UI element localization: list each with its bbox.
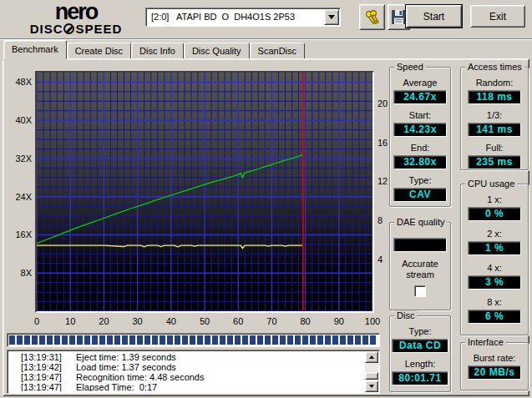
accurate-stream-label-line2: stream — [390, 270, 450, 280]
x-axis-tick-label: 10 — [61, 316, 79, 326]
dae-quality-group: DAE quality Accurate stream — [389, 222, 451, 310]
tab-disc-info[interactable]: Disc Info — [131, 43, 184, 59]
app-logo: nero DISC SPEED — [13, 1, 139, 35]
scrollbar-thumb[interactable] — [365, 372, 378, 380]
x-axis-tick-label: 80 — [296, 316, 315, 326]
y-axis-left-tick-label: 8X — [3, 268, 32, 278]
interface-group-title: Interface — [465, 337, 506, 347]
access-random-value: 118 ms — [468, 90, 521, 104]
arrow-down-icon — [369, 385, 374, 388]
save-icon — [391, 9, 407, 25]
log-entry-time: [13:19:47] — [21, 382, 76, 391]
drive-selector[interactable]: [2:0] ATAPI BD O DH4O1S 2P53 — [145, 8, 341, 27]
log-entry-time: [13:19:31] — [21, 352, 76, 362]
log-entry-text: Eject time: 1.39 seconds — [76, 352, 176, 362]
start-button[interactable]: Start — [406, 5, 462, 28]
progress-bar-fill — [9, 335, 377, 345]
scroll-up-button[interactable] — [365, 351, 378, 363]
y-axis-left-tick-label: 24X — [3, 192, 32, 202]
y-axis-left-tick-label: 32X — [3, 154, 32, 164]
access-third-label: 1/3: — [461, 110, 528, 121]
x-axis-tick-label: 40 — [162, 316, 180, 326]
disc-length-label: Length: — [390, 359, 450, 370]
burst-rate-label: Burst rate: — [461, 353, 528, 364]
access-third-value: 141 ms — [468, 123, 521, 137]
speed-type-label: Type: — [390, 175, 450, 186]
options-button[interactable] — [359, 4, 385, 30]
cpu-4x-label: 4 x: — [461, 263, 528, 274]
arrow-up-icon — [369, 355, 374, 359]
access-times-group: Access times Random: 118 ms 1/3: 141 ms … — [460, 67, 529, 170]
log-entry: [13:19:47]Recognition time: 4.48 seconds — [9, 372, 364, 382]
accurate-stream-checkbox[interactable] — [414, 285, 426, 297]
tab-create-disc[interactable]: Create Disc — [67, 43, 131, 59]
speed-end-value: 32.80x — [393, 155, 447, 169]
cpu-2x-label: 2 x: — [461, 229, 528, 239]
log-entry-time: [13:19:42] — [21, 362, 76, 372]
chevron-down-icon — [328, 15, 335, 19]
log-entry-text: Elapsed Time: 0:17 — [76, 382, 157, 391]
chart-plot-area — [37, 73, 372, 311]
disc-length-value: 80:01.71 — [392, 371, 448, 385]
tab-bar: Benchmark Create Disc Disc Info Disc Qua… — [3, 40, 305, 59]
x-axis-tick-label: 70 — [262, 316, 281, 326]
x-axis-tick-label: 100 — [363, 316, 382, 326]
log-entry: [13:19:42]Load time: 1.37 seconds — [9, 362, 364, 372]
log-entry: [13:19:31]Eject time: 1.39 seconds — [9, 352, 364, 362]
speed-end-label: End: — [390, 143, 450, 154]
x-axis-tick-label: 20 — [94, 316, 113, 326]
tab-scandisc[interactable]: ScanDisc — [250, 43, 305, 59]
speed-average-label: Average — [390, 78, 450, 88]
chart-svg — [37, 73, 372, 311]
cpu-8x-value: 6 % — [468, 310, 521, 324]
x-axis-tick-label: 60 — [229, 316, 247, 326]
y-axis-left-tick-label: 16X — [3, 229, 32, 239]
access-times-group-title: Access times — [465, 62, 524, 72]
access-random-label: Random: — [461, 78, 528, 88]
progress-bar — [7, 333, 380, 347]
speed-start-label: Start: — [390, 110, 450, 121]
cpu-2x-value: 1 % — [468, 241, 521, 255]
log-listbox[interactable]: [13:19:31]Eject time: 1.39 seconds[13:19… — [7, 350, 380, 394]
burst-rate-value: 20 MB/s — [468, 365, 521, 380]
logo-nero-text: nero — [13, 1, 139, 23]
disc-group: Disc Type: Data CD Length: 80:01.71 — [389, 315, 451, 392]
exit-button[interactable]: Exit — [470, 5, 525, 28]
log-entry-text: Load time: 1.37 seconds — [76, 362, 176, 372]
accurate-stream-label-line1: Accurate — [390, 259, 450, 270]
dae-quality-value — [393, 238, 447, 252]
cpu-4x-value: 3 % — [468, 275, 521, 290]
log-entry-time: [13:19:47] — [21, 372, 76, 382]
cpu-1x-label: 1 x: — [461, 194, 528, 205]
drive-selector-dropdown-button[interactable] — [324, 9, 339, 25]
disc-icon — [63, 23, 74, 34]
cpu-usage-group-title: CPU usage — [465, 179, 517, 189]
y-axis-left-tick-label: 40X — [3, 115, 32, 125]
x-axis-tick-label: 30 — [129, 316, 147, 326]
x-axis-tick-label: 90 — [330, 316, 348, 326]
x-axis-tick-label: 0 — [28, 316, 46, 326]
speed-start-value: 14.23x — [393, 123, 447, 137]
cpu-usage-group: CPU usage 1 x: 0 % 2 x: 1 % 4 x: 3 % 8 x… — [460, 184, 529, 335]
y-axis-left-tick-label: 48X — [3, 77, 32, 87]
tab-disc-quality[interactable]: Disc Quality — [184, 43, 250, 59]
drive-selector-value: [2:0] ATAPI BD O DH4O1S 2P53 — [151, 12, 322, 22]
log-entry-text: Recognition time: 4.48 seconds — [76, 372, 204, 382]
cpu-8x-label: 8 x: — [461, 297, 528, 308]
speed-average-value: 24.67x — [393, 90, 447, 104]
speed-group-title: Speed — [394, 62, 426, 72]
log-scrollbar[interactable] — [365, 351, 378, 392]
scroll-down-button[interactable] — [365, 380, 378, 392]
nero-discspeed-window: nero DISC SPEED [2:0] ATAPI BD O DH4O1S … — [0, 0, 532, 398]
disc-type-value: Data CD — [392, 339, 448, 353]
interface-group: Interface Burst rate: 20 MB/s — [460, 342, 529, 390]
disc-type-label: Type: — [390, 326, 450, 337]
x-axis-tick-label: 50 — [195, 316, 214, 326]
dae-quality-group-title: DAE quality — [394, 217, 447, 227]
tab-benchmark[interactable]: Benchmark — [3, 40, 67, 59]
cpu-1x-value: 0 % — [468, 207, 521, 221]
speed-type-value: CAV — [393, 188, 447, 202]
speed-group: Speed Average 24.67x Start: 14.23x End: … — [389, 67, 451, 207]
log-list: [13:19:31]Eject time: 1.39 seconds[13:19… — [9, 352, 364, 391]
access-full-label: Full: — [461, 143, 528, 154]
